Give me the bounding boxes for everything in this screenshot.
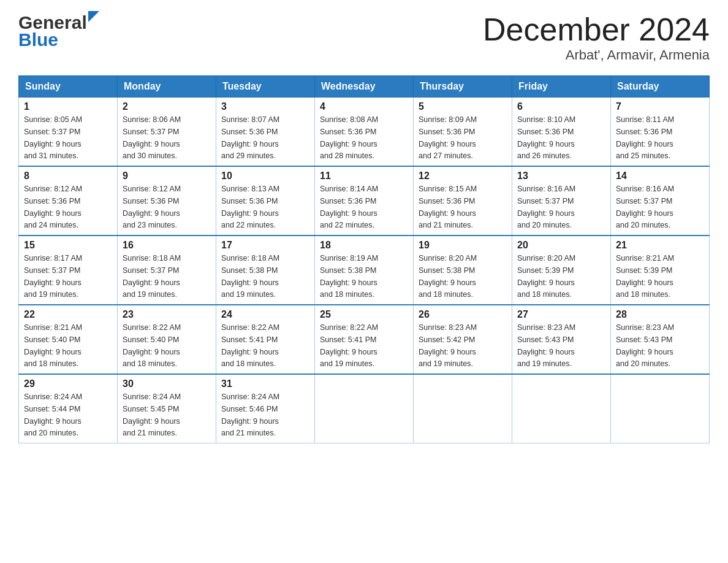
header-thursday: Thursday — [414, 76, 512, 98]
day-number: 15 — [24, 240, 112, 251]
day-info: Sunrise: 8:09 AMSunset: 5:36 PMDaylight:… — [419, 115, 477, 160]
day-number: 1 — [24, 101, 112, 112]
day-info: Sunrise: 8:24 AMSunset: 5:44 PMDaylight:… — [24, 393, 82, 437]
svg-marker-0 — [88, 11, 99, 22]
day-info: Sunrise: 8:19 AMSunset: 5:38 PMDaylight:… — [320, 254, 378, 299]
day-info: Sunrise: 8:12 AMSunset: 5:36 PMDaylight:… — [123, 185, 181, 229]
calendar-cell — [315, 374, 414, 443]
day-number: 13 — [517, 170, 605, 182]
calendar-cell: 2 Sunrise: 8:06 AMSunset: 5:37 PMDayligh… — [118, 98, 216, 167]
logo-triangle-icon — [88, 11, 99, 25]
header-tuesday: Tuesday — [216, 76, 315, 98]
day-info: Sunrise: 8:05 AMSunset: 5:37 PMDaylight:… — [24, 115, 82, 160]
day-info: Sunrise: 8:17 AMSunset: 5:37 PMDaylight:… — [24, 254, 82, 299]
day-info: Sunrise: 8:20 AMSunset: 5:38 PMDaylight:… — [419, 254, 477, 299]
day-info: Sunrise: 8:15 AMSunset: 5:36 PMDaylight:… — [419, 185, 477, 229]
day-info: Sunrise: 8:07 AMSunset: 5:36 PMDaylight:… — [221, 115, 279, 160]
calendar-cell: 31 Sunrise: 8:24 AMSunset: 5:46 PMDaylig… — [216, 374, 315, 443]
calendar-cell: 7 Sunrise: 8:11 AMSunset: 5:36 PMDayligh… — [611, 98, 710, 167]
calendar-cell: 14 Sunrise: 8:16 AMSunset: 5:37 PMDaylig… — [611, 166, 710, 236]
calendar-cell: 18 Sunrise: 8:19 AMSunset: 5:38 PMDaylig… — [315, 236, 414, 305]
weekday-header-row: Sunday Monday Tuesday Wednesday Thursday… — [19, 76, 710, 98]
calendar-cell: 11 Sunrise: 8:14 AMSunset: 5:36 PMDaylig… — [315, 166, 414, 236]
day-number: 3 — [221, 101, 309, 112]
page-header: General Blue December 2024 Arbat', Armav… — [18, 12, 710, 63]
calendar-cell: 17 Sunrise: 8:18 AMSunset: 5:38 PMDaylig… — [216, 236, 315, 305]
day-number: 22 — [24, 309, 112, 320]
calendar-cell: 30 Sunrise: 8:24 AMSunset: 5:45 PMDaylig… — [118, 374, 216, 443]
day-info: Sunrise: 8:08 AMSunset: 5:36 PMDaylight:… — [320, 115, 378, 160]
header-sunday: Sunday — [19, 76, 118, 98]
header-saturday: Saturday — [611, 76, 710, 98]
day-number: 5 — [419, 101, 507, 112]
day-number: 24 — [221, 309, 309, 320]
calendar-cell: 1 Sunrise: 8:05 AMSunset: 5:37 PMDayligh… — [19, 98, 118, 167]
day-number: 19 — [419, 240, 507, 251]
calendar-cell: 29 Sunrise: 8:24 AMSunset: 5:44 PMDaylig… — [19, 374, 118, 443]
day-info: Sunrise: 8:16 AMSunset: 5:37 PMDaylight:… — [616, 185, 674, 229]
calendar-cell: 28 Sunrise: 8:23 AMSunset: 5:43 PMDaylig… — [611, 305, 710, 374]
day-info: Sunrise: 8:16 AMSunset: 5:37 PMDaylight:… — [517, 185, 575, 229]
calendar-week-row: 29 Sunrise: 8:24 AMSunset: 5:44 PMDaylig… — [19, 374, 710, 443]
calendar-week-row: 22 Sunrise: 8:21 AMSunset: 5:40 PMDaylig… — [19, 305, 710, 374]
header-wednesday: Wednesday — [315, 76, 414, 98]
calendar-cell — [611, 374, 710, 443]
day-info: Sunrise: 8:18 AMSunset: 5:37 PMDaylight:… — [123, 254, 181, 299]
day-number: 26 — [419, 309, 507, 320]
day-info: Sunrise: 8:23 AMSunset: 5:42 PMDaylight:… — [419, 323, 477, 368]
day-number: 11 — [320, 170, 408, 182]
day-number: 8 — [24, 170, 112, 182]
day-number: 29 — [24, 378, 112, 389]
day-number: 4 — [320, 101, 408, 112]
calendar-week-row: 15 Sunrise: 8:17 AMSunset: 5:37 PMDaylig… — [19, 236, 710, 305]
calendar-cell: 15 Sunrise: 8:17 AMSunset: 5:37 PMDaylig… — [19, 236, 118, 305]
day-number: 28 — [616, 309, 704, 320]
calendar-cell: 9 Sunrise: 8:12 AMSunset: 5:36 PMDayligh… — [118, 166, 216, 236]
calendar-cell: 27 Sunrise: 8:23 AMSunset: 5:43 PMDaylig… — [512, 305, 611, 374]
day-number: 27 — [517, 309, 605, 320]
month-title: December 2024 — [483, 12, 710, 47]
day-number: 6 — [517, 101, 605, 112]
day-info: Sunrise: 8:22 AMSunset: 5:41 PMDaylight:… — [320, 323, 378, 368]
day-number: 25 — [320, 309, 408, 320]
calendar-table: Sunday Monday Tuesday Wednesday Thursday… — [18, 75, 710, 443]
day-number: 9 — [123, 170, 211, 182]
day-info: Sunrise: 8:21 AMSunset: 5:40 PMDaylight:… — [24, 323, 82, 368]
calendar-cell: 12 Sunrise: 8:15 AMSunset: 5:36 PMDaylig… — [414, 166, 512, 236]
calendar-cell: 22 Sunrise: 8:21 AMSunset: 5:40 PMDaylig… — [19, 305, 118, 374]
calendar-cell: 3 Sunrise: 8:07 AMSunset: 5:36 PMDayligh… — [216, 98, 315, 167]
title-area: December 2024 Arbat', Armavir, Armenia — [483, 12, 710, 63]
day-number: 16 — [123, 240, 211, 251]
day-info: Sunrise: 8:06 AMSunset: 5:37 PMDaylight:… — [123, 115, 181, 160]
header-monday: Monday — [118, 76, 216, 98]
day-number: 17 — [221, 240, 309, 251]
day-info: Sunrise: 8:24 AMSunset: 5:46 PMDaylight:… — [221, 393, 279, 437]
calendar-cell: 8 Sunrise: 8:12 AMSunset: 5:36 PMDayligh… — [19, 166, 118, 236]
day-number: 30 — [123, 378, 211, 389]
calendar-cell: 19 Sunrise: 8:20 AMSunset: 5:38 PMDaylig… — [414, 236, 512, 305]
calendar-cell: 24 Sunrise: 8:22 AMSunset: 5:41 PMDaylig… — [216, 305, 315, 374]
day-number: 20 — [517, 240, 605, 251]
calendar-cell: 26 Sunrise: 8:23 AMSunset: 5:42 PMDaylig… — [414, 305, 512, 374]
calendar-cell: 13 Sunrise: 8:16 AMSunset: 5:37 PMDaylig… — [512, 166, 611, 236]
day-number: 7 — [616, 101, 704, 112]
calendar-week-row: 8 Sunrise: 8:12 AMSunset: 5:36 PMDayligh… — [19, 166, 710, 236]
day-info: Sunrise: 8:12 AMSunset: 5:36 PMDaylight:… — [24, 185, 82, 229]
day-info: Sunrise: 8:22 AMSunset: 5:40 PMDaylight:… — [123, 323, 181, 368]
logo-blue-text: Blue — [18, 29, 99, 50]
calendar-cell: 21 Sunrise: 8:21 AMSunset: 5:39 PMDaylig… — [611, 236, 710, 305]
day-info: Sunrise: 8:11 AMSunset: 5:36 PMDaylight:… — [616, 115, 674, 160]
day-info: Sunrise: 8:14 AMSunset: 5:36 PMDaylight:… — [320, 185, 378, 229]
calendar-cell — [414, 374, 512, 443]
day-number: 2 — [123, 101, 211, 112]
calendar-cell: 20 Sunrise: 8:20 AMSunset: 5:39 PMDaylig… — [512, 236, 611, 305]
calendar-cell: 4 Sunrise: 8:08 AMSunset: 5:36 PMDayligh… — [315, 98, 414, 167]
calendar-week-row: 1 Sunrise: 8:05 AMSunset: 5:37 PMDayligh… — [19, 98, 710, 167]
calendar-cell: 5 Sunrise: 8:09 AMSunset: 5:36 PMDayligh… — [414, 98, 512, 167]
day-number: 23 — [123, 309, 211, 320]
location-title: Arbat', Armavir, Armenia — [483, 47, 710, 63]
calendar-cell: 16 Sunrise: 8:18 AMSunset: 5:37 PMDaylig… — [118, 236, 216, 305]
day-info: Sunrise: 8:13 AMSunset: 5:36 PMDaylight:… — [221, 185, 279, 229]
logo: General Blue — [18, 12, 99, 50]
calendar-cell: 25 Sunrise: 8:22 AMSunset: 5:41 PMDaylig… — [315, 305, 414, 374]
